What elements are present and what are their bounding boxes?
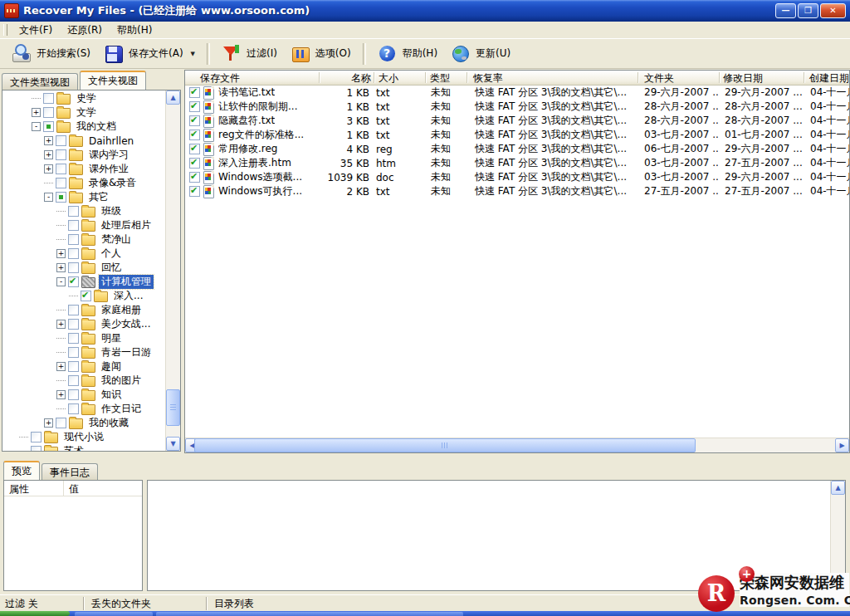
table-row[interactable]: 常用修改.reg4 KBreg未知快速 FAT 分区 3\我的文档\其它\...… bbox=[185, 142, 849, 156]
tree-checkbox[interactable] bbox=[68, 262, 79, 273]
tree-checkbox[interactable] bbox=[68, 333, 79, 344]
tree-checkbox[interactable] bbox=[56, 135, 66, 146]
tree-checkbox[interactable] bbox=[68, 319, 79, 330]
tree-item[interactable]: 处理后相片 bbox=[2, 218, 166, 232]
tree-item[interactable]: 作文日记 bbox=[2, 402, 166, 416]
expand-plus-icon[interactable]: + bbox=[56, 249, 66, 258]
tree-item[interactable]: +文学 bbox=[2, 105, 166, 120]
tab-left-1[interactable]: 文件夹视图 bbox=[80, 71, 146, 90]
expand-minus-icon[interactable]: - bbox=[44, 193, 53, 202]
file-checkbox[interactable] bbox=[189, 144, 200, 154]
expand-plus-icon[interactable]: + bbox=[44, 418, 53, 428]
expand-minus-icon[interactable]: - bbox=[32, 122, 41, 131]
file-checkbox[interactable] bbox=[189, 186, 200, 197]
column-header-1[interactable]: 名称 bbox=[351, 71, 371, 86]
minimize-button[interactable]: — bbox=[775, 3, 796, 18]
column-header-6[interactable]: 修改日期 bbox=[723, 71, 763, 86]
tree-item[interactable]: -计算机管理 bbox=[2, 275, 166, 289]
scroll-up-icon[interactable]: ▲ bbox=[831, 481, 845, 495]
toolbar-button-save-files[interactable]: 保存文件(A)▼ bbox=[97, 42, 202, 66]
tree-item[interactable]: 明星 bbox=[2, 331, 166, 345]
tree-item[interactable]: +课外作业 bbox=[2, 162, 166, 176]
column-separator[interactable] bbox=[467, 72, 468, 83]
tree-item[interactable]: 梵净山 bbox=[2, 232, 166, 247]
tree-item[interactable]: +课内学习 bbox=[2, 148, 166, 162]
tree-item[interactable]: 班级 bbox=[2, 204, 166, 218]
toolbar-button-options[interactable]: 选项(O) bbox=[284, 42, 358, 66]
tree-checkbox[interactable] bbox=[68, 248, 79, 259]
tree-item[interactable]: +我的收藏 bbox=[2, 416, 166, 430]
tree-checkbox[interactable] bbox=[68, 347, 79, 358]
tree-checkbox[interactable] bbox=[68, 276, 79, 287]
tree-item[interactable]: +个人 bbox=[2, 247, 166, 261]
tree-item[interactable]: -其它 bbox=[2, 190, 166, 204]
tree-checkbox[interactable] bbox=[68, 389, 79, 400]
chevron-down-icon[interactable]: ▼ bbox=[191, 51, 195, 57]
expand-plus-icon[interactable]: + bbox=[56, 263, 66, 272]
toolbar-button-start-search[interactable]: 开始搜索(S) bbox=[5, 42, 97, 66]
toolbar-button-help[interactable]: 帮助(H) bbox=[371, 42, 444, 66]
tree-checkbox[interactable] bbox=[31, 446, 42, 452]
tree-checkbox[interactable] bbox=[81, 291, 91, 301]
column-header-2[interactable]: 大小 bbox=[379, 71, 398, 86]
file-checkbox[interactable] bbox=[189, 130, 200, 140]
file-checkbox[interactable] bbox=[189, 101, 200, 112]
tree-item[interactable]: 录像&录音 bbox=[2, 176, 166, 190]
file-checkbox[interactable] bbox=[189, 87, 200, 98]
scroll-down-icon[interactable]: ▼ bbox=[166, 437, 180, 451]
tree-scrollbar-thumb[interactable] bbox=[166, 389, 180, 426]
taskbar-button[interactable] bbox=[75, 612, 153, 616]
tree-checkbox[interactable] bbox=[68, 234, 79, 245]
menu-item-0[interactable]: 文件(F) bbox=[12, 22, 60, 39]
prop-column-value[interactable]: 值 bbox=[64, 481, 84, 496]
tree-checkbox[interactable] bbox=[56, 192, 66, 203]
tree-checkbox[interactable] bbox=[68, 361, 79, 372]
column-separator[interactable] bbox=[719, 72, 721, 83]
tree-checkbox[interactable] bbox=[68, 206, 79, 217]
table-row[interactable]: Windows可执行...2 KBtxt未知快速 FAT 分区 3\我的文档\其… bbox=[185, 184, 849, 198]
expand-minus-icon[interactable]: - bbox=[56, 277, 66, 286]
tree-item[interactable]: +美少女战... bbox=[2, 317, 166, 331]
file-checkbox[interactable] bbox=[189, 158, 200, 169]
table-row[interactable]: 深入注册表.htm35 KBhtm未知快速 FAT 分区 3\我的文档\其它\.… bbox=[185, 156, 849, 170]
prop-column-attribute[interactable]: 属性 bbox=[4, 481, 64, 496]
expand-plus-icon[interactable]: + bbox=[44, 136, 53, 145]
tree-checkbox[interactable] bbox=[56, 164, 66, 174]
column-separator[interactable] bbox=[425, 72, 427, 83]
tab-bottom-0[interactable]: 预览 bbox=[3, 461, 40, 480]
close-button[interactable]: ✕ bbox=[820, 3, 846, 18]
menu-item-2[interactable]: 帮助(H) bbox=[110, 22, 159, 39]
tree-checkbox[interactable] bbox=[56, 418, 66, 428]
tree-checkbox[interactable] bbox=[68, 375, 79, 386]
scroll-right-icon[interactable]: ▶ bbox=[835, 438, 849, 452]
tree-item[interactable]: 深入... bbox=[2, 289, 166, 303]
table-row[interactable]: Windows选项截...1039 KBdoc未知快速 FAT 分区 3\我的文… bbox=[185, 170, 849, 184]
tree-checkbox[interactable] bbox=[43, 107, 54, 118]
tree-item[interactable]: 艺术 bbox=[2, 444, 166, 452]
column-header-7[interactable]: 创建日期 bbox=[809, 71, 849, 86]
table-row[interactable]: 让软件的限制期...1 KBtxt未知快速 FAT 分区 3\我的文档\其它\.… bbox=[185, 100, 849, 114]
tree-item[interactable]: 家庭相册 bbox=[2, 303, 166, 317]
expand-plus-icon[interactable]: + bbox=[56, 362, 66, 371]
tree-item[interactable]: +Daihrllen bbox=[2, 134, 166, 148]
column-separator[interactable] bbox=[374, 72, 375, 83]
table-row[interactable]: 读书笔记.txt1 KBtxt未知快速 FAT 分区 3\我的文档\其它\...… bbox=[185, 86, 849, 100]
restore-button[interactable]: ❐ bbox=[798, 3, 818, 18]
tree-checkbox[interactable] bbox=[43, 121, 54, 132]
expand-plus-icon[interactable]: + bbox=[44, 164, 53, 174]
column-separator[interactable] bbox=[638, 72, 639, 83]
column-separator[interactable] bbox=[804, 72, 805, 83]
tree-checkbox[interactable] bbox=[68, 220, 79, 231]
tree-item[interactable]: -我的文档 bbox=[2, 120, 166, 134]
tree-item[interactable]: 现代小说 bbox=[2, 430, 166, 444]
table-row[interactable]: reg文件的标准格...1 KBtxt未知快速 FAT 分区 3\我的文档\其它… bbox=[185, 128, 849, 142]
file-checkbox[interactable] bbox=[189, 115, 200, 126]
tree-item[interactable]: 青岩一日游 bbox=[2, 345, 166, 359]
taskbar-button[interactable] bbox=[156, 612, 463, 616]
list-horizontal-scrollbar[interactable]: ◀ ▶ bbox=[185, 438, 849, 452]
tree-item[interactable]: +回忆 bbox=[2, 261, 166, 275]
column-separator[interactable] bbox=[319, 72, 320, 83]
tree-item[interactable]: 我的图片 bbox=[2, 374, 166, 388]
column-header-0[interactable]: 保存文件 bbox=[200, 71, 240, 86]
tree-checkbox[interactable] bbox=[56, 149, 66, 160]
